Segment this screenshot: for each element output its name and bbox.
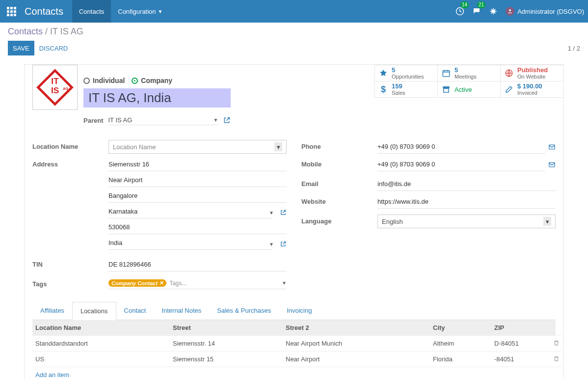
nav-configuration[interactable]: Configuration ▼ <box>111 0 169 23</box>
external-link-icon[interactable] <box>280 241 287 247</box>
mobile-input[interactable] <box>377 158 545 171</box>
svg-text:AG: AG <box>63 87 68 90</box>
save-button[interactable]: SAVE <box>8 41 34 55</box>
email-input[interactable] <box>377 177 556 191</box>
breadcrumb-root[interactable]: Contacts <box>8 27 43 36</box>
country-select[interactable] <box>108 236 273 250</box>
chevron-down-icon: ▼ <box>282 280 287 286</box>
stat-sales[interactable]: $ 159Sales <box>375 81 438 97</box>
company-image[interactable]: IT IS AG <box>32 65 78 110</box>
archive-icon <box>442 85 451 94</box>
chevron-down-icon: ▾ <box>274 142 282 151</box>
nav-contacts[interactable]: Contacts <box>72 0 111 23</box>
tags-input[interactable]: Company Contact ✕ Tags... ▼ <box>108 277 287 289</box>
label-language: Language <box>301 215 377 225</box>
th-zip[interactable]: ZIP <box>491 320 550 336</box>
sms-icon[interactable] <box>548 143 556 151</box>
delete-row-button[interactable] <box>550 336 562 352</box>
th-city[interactable]: City <box>430 320 491 336</box>
tab-sales-purchases[interactable]: Sales & Purchases <box>209 302 279 320</box>
locations-table: Location Name Street Street 2 City ZIP S… <box>32 320 556 379</box>
svg-text:IS: IS <box>51 85 59 95</box>
close-icon[interactable]: ✕ <box>159 280 163 286</box>
radio-company[interactable]: Company <box>132 77 172 84</box>
radio-individual[interactable]: Individual <box>83 77 125 84</box>
svg-point-2 <box>509 9 511 11</box>
chevron-down-icon: ▼ <box>214 117 218 123</box>
radio-icon <box>83 78 90 84</box>
th-street2[interactable]: Street 2 <box>283 320 430 336</box>
navbar: Contacts Contacts Configuration ▼ 14 21 … <box>0 0 588 23</box>
label-mobile: Mobile <box>301 158 377 168</box>
table-row[interactable]: US Siemensstr 15 Near Airport Florida -8… <box>32 352 556 367</box>
th-location-name[interactable]: Location Name <box>32 320 170 336</box>
discuss-button[interactable]: 21 <box>468 0 485 23</box>
stat-meetings[interactable]: 5Meetings <box>438 65 501 81</box>
globe-icon <box>505 69 513 78</box>
street2-input[interactable] <box>108 173 287 187</box>
stat-opportunities[interactable]: 5Opportunities <box>375 65 438 81</box>
app-title: Contacts <box>23 6 72 17</box>
svg-rect-10 <box>443 86 450 88</box>
pager[interactable]: 1 / 2 <box>568 45 580 52</box>
chevron-down-icon: ▾ <box>543 217 551 226</box>
label-address: Address <box>32 158 108 168</box>
radio-icon <box>132 78 138 84</box>
svg-rect-8 <box>443 71 450 77</box>
zip-input[interactable] <box>108 220 287 234</box>
external-link-icon[interactable] <box>280 209 287 216</box>
debug-button[interactable] <box>485 0 502 23</box>
location-name-select[interactable]: Location Name ▾ <box>108 140 287 154</box>
tab-internal-notes[interactable]: Internal Notes <box>154 302 209 320</box>
apps-icon <box>6 6 17 17</box>
street-input[interactable] <box>108 158 287 171</box>
breadcrumb-current: IT IS AG <box>50 27 83 36</box>
parent-label: Parent <box>83 117 103 124</box>
tab-affiliates[interactable]: Affiliates <box>32 302 72 320</box>
language-select[interactable]: English ▾ <box>377 215 556 228</box>
apps-launcher[interactable] <box>0 0 23 23</box>
user-menu[interactable]: Administrator (DSGVO) <box>502 0 588 23</box>
company-name-input[interactable]: IT IS AG, India <box>83 88 231 108</box>
tin-input[interactable] <box>108 258 287 271</box>
external-link-icon[interactable] <box>223 116 231 124</box>
form-sheet: IT IS AG Individual Company IT IS AG, In… <box>24 64 564 379</box>
stat-buttons: 5Opportunities 5Meetings PublishedOn Web… <box>374 65 563 98</box>
label-tin: TIN <box>32 258 108 268</box>
th-street[interactable]: Street <box>170 320 283 336</box>
breadcrumb: Contacts / IT IS AG <box>8 27 83 37</box>
label-email: Email <box>301 177 377 188</box>
label-tags: Tags <box>32 277 108 288</box>
activities-button[interactable]: 14 <box>452 0 468 23</box>
label-phone: Phone <box>301 140 377 150</box>
state-select[interactable] <box>108 205 273 218</box>
website-input[interactable] <box>377 195 556 209</box>
avatar-icon <box>506 7 514 16</box>
action-row: SAVE DISCARD 1 / 2 <box>0 37 588 61</box>
stat-invoiced[interactable]: $ 190.00Invoiced <box>501 81 563 97</box>
phone-input[interactable] <box>377 140 545 154</box>
stat-active[interactable]: Active <box>438 81 501 97</box>
discard-button[interactable]: DISCARD <box>34 41 73 55</box>
tab-locations[interactable]: Locations <box>72 302 116 320</box>
tab-contact[interactable]: Contact <box>116 302 154 320</box>
star-icon <box>379 69 388 78</box>
svg-rect-11 <box>444 89 449 93</box>
sms-icon[interactable] <box>548 161 556 168</box>
label-location-name: Location Name <box>32 140 108 150</box>
notebook-tabs: Affiliates Locations Contact Internal No… <box>32 302 556 320</box>
chevron-down-icon: ▼ <box>158 9 163 14</box>
bug-icon <box>489 7 498 16</box>
dollar-icon: $ <box>379 84 388 95</box>
city-input[interactable] <box>108 189 287 203</box>
delete-row-button[interactable] <box>550 352 562 367</box>
tab-invoicing[interactable]: Invoicing <box>279 302 320 320</box>
logo-icon: IT IS AG <box>34 66 76 108</box>
stat-published[interactable]: PublishedOn Website <box>501 65 563 81</box>
tag-company-contact[interactable]: Company Contact ✕ <box>108 279 166 287</box>
edit-icon <box>505 85 513 94</box>
table-row[interactable]: Standdardstandort Siemensstr. 14 Near Ai… <box>32 336 556 352</box>
add-item-link[interactable]: Add an item <box>32 367 556 379</box>
parent-select[interactable]: IT IS AG ▼ <box>108 115 218 125</box>
calendar-icon <box>442 69 451 78</box>
